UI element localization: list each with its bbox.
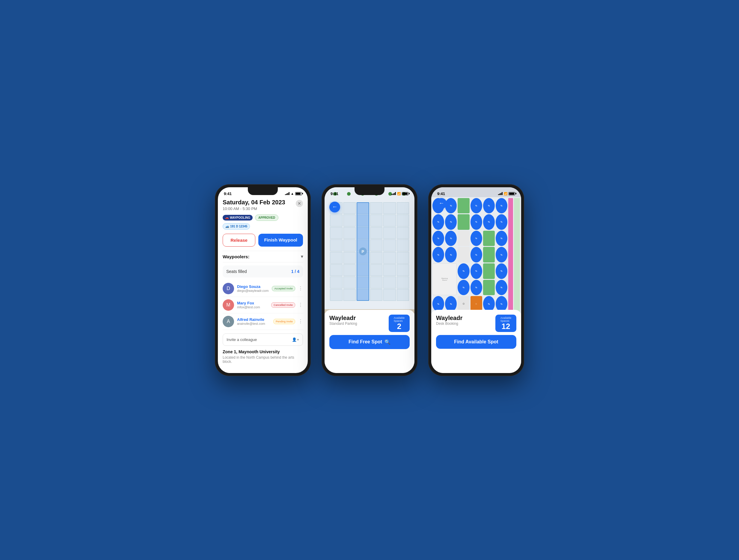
parking-col-3 — [370, 202, 383, 301]
signal-bar-4 — [289, 192, 290, 195]
desk-percent-icon: % — [450, 303, 452, 305]
panel-title-row-2: Wayleadr Standard Parking AvailableSpace… — [329, 315, 410, 332]
s2 — [393, 193, 394, 195]
panel-title-info-3: Wayleadr Desk Booking — [436, 315, 462, 326]
desk-spot: % — [496, 296, 507, 312]
desk-percent-icon: % — [437, 254, 439, 256]
selected-overlay: P — [356, 202, 369, 301]
event-time-range: 10:00 AM - 5:30 PM — [223, 206, 303, 211]
desk-percent-icon: % — [475, 270, 477, 272]
spot — [370, 277, 383, 288]
phone-screen-2: 9:41 📶 — [324, 187, 415, 373]
invite-badge-cancelled-2: Cancelled Invite — [271, 302, 295, 308]
desk-spot: % — [432, 247, 444, 263]
parking-subtitle: Standard Parking — [329, 321, 357, 326]
car-plate: 191 D 12345 — [230, 225, 247, 228]
phone-2: 9:41 📶 — [321, 184, 418, 376]
s3-2 — [499, 193, 500, 195]
desk-map: % % % % % — [431, 187, 521, 373]
desk-percent-icon: % — [450, 221, 452, 223]
spot — [383, 252, 396, 264]
battery-icon-1 — [295, 192, 302, 195]
badge-car: 🚙 191 D 12345 — [223, 223, 250, 230]
phone-screen-1: 9:41 ▲ ✕ Saturday, — [218, 187, 308, 373]
back-button-3[interactable]: ← — [436, 198, 447, 209]
battery-fill-3 — [509, 193, 514, 195]
desk-percent-icon: % — [500, 221, 502, 223]
find-available-spot-button[interactable]: Find Available Spot — [436, 335, 516, 349]
desk-spot: % — [496, 263, 507, 279]
spot — [383, 227, 396, 239]
desk-percent-icon: % — [463, 286, 464, 289]
desk-percent-icon: % — [488, 221, 490, 223]
invite-colleague-button[interactable]: Invite a colleague 👤+ — [223, 333, 303, 346]
more-options-1[interactable]: ⋮ — [298, 286, 303, 291]
spot — [343, 277, 356, 288]
phone1-content: Saturday, 04 Feb 2023 10:00 AM - 5:30 PM… — [218, 197, 308, 371]
waypooler-name-1: Diego Souza — [237, 284, 269, 289]
desk-percent-icon: % — [450, 237, 452, 239]
more-options-2[interactable]: ⋮ — [298, 302, 303, 308]
spot — [330, 252, 342, 264]
available-label-3: AvailableSpaces — [500, 316, 511, 322]
phone-screen-3: 9:41 📶 — [431, 187, 521, 373]
signal-icon-2 — [391, 192, 396, 195]
s1 — [391, 194, 392, 195]
release-button[interactable]: Release — [223, 234, 255, 247]
find-free-spot-button[interactable]: Find Free Spot 🔍 — [329, 335, 410, 349]
meeting-room-label: MeetingRoom — [441, 277, 448, 281]
desk-spot: % — [445, 198, 457, 214]
panel-title-row-3: Wayleadr Desk Booking AvailableSpaces 12 — [436, 315, 516, 332]
desk-percent-icon: % — [437, 221, 439, 223]
desk-spot: % — [445, 214, 457, 230]
chevron-down-icon[interactable]: ▾ — [301, 254, 303, 259]
orange-spot: ○ — [470, 296, 482, 312]
battery-icon-2 — [402, 192, 409, 195]
desk-spot: % — [445, 296, 457, 312]
signal-bar-3 — [287, 193, 288, 195]
desk-percent-icon: % — [437, 303, 439, 305]
plant-spot — [483, 231, 495, 246]
back-icon-2: ← — [332, 204, 337, 210]
spot — [330, 239, 342, 251]
waypooler-item-2: M Mary Fox mfox@test.com Cancelled Invit… — [223, 297, 303, 313]
desk-percent-icon: % — [500, 303, 502, 305]
status-icons-2: 📶 — [391, 192, 409, 195]
desk-spot: % — [432, 296, 444, 312]
invite-badge-accepted-1: Accepted Invite — [272, 286, 295, 291]
desk-percent-icon: % — [450, 204, 452, 207]
desk-spot: % — [483, 296, 495, 312]
battery-icon-3 — [508, 192, 515, 195]
desk-spot: % — [483, 198, 495, 214]
spot — [383, 215, 396, 226]
s3-4 — [502, 192, 502, 195]
parking-map: P — [324, 187, 415, 373]
parking-col-4 — [383, 202, 396, 301]
close-button[interactable]: ✕ — [296, 200, 303, 207]
spot — [397, 202, 409, 214]
wifi-text-1: ▲ — [291, 192, 294, 195]
finish-waypool-button[interactable]: Finish Waypool — [258, 234, 303, 247]
plant-spot — [458, 214, 469, 230]
back-button-2[interactable]: ← — [329, 202, 340, 213]
desk-spot: % — [470, 263, 482, 279]
spot — [370, 227, 383, 239]
parking-title: Wayleadr — [329, 315, 357, 321]
spot — [370, 239, 383, 251]
battery-fill-2 — [403, 193, 408, 195]
spot — [397, 264, 409, 276]
status-icons-3: 📶 — [498, 192, 515, 195]
status-time-1: 9:41 — [224, 191, 232, 196]
status-time-2: 9:41 — [330, 191, 338, 196]
s3-1 — [498, 194, 499, 195]
waypooler-name-3: Alfred Rainvile — [237, 317, 270, 322]
status-time-3: 9:41 — [437, 191, 445, 196]
spot — [397, 215, 409, 226]
desk-percent-icon: % — [500, 286, 502, 289]
pink-divider — [508, 198, 513, 312]
signal-icon-3 — [498, 192, 502, 195]
waypooler-item-1: D Diego Souza diego@wayleadr.com Accepte… — [223, 280, 303, 297]
spot — [370, 264, 383, 276]
wifi-icon-3: 📶 — [504, 192, 507, 195]
more-options-3[interactable]: ⋮ — [298, 318, 303, 324]
